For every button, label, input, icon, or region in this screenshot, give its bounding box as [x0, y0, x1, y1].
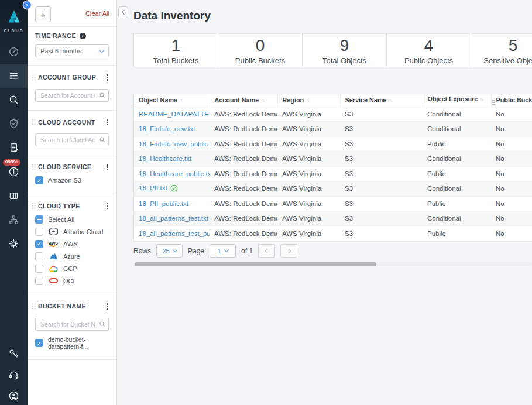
- policies-document-icon: [8, 142, 19, 153]
- cloud-type-option-gcp[interactable]: GCP: [28, 262, 116, 274]
- column-header-object-exposure[interactable]: Object Exposure↑↓: [423, 94, 491, 107]
- checkbox-unchecked[interactable]: [35, 252, 43, 260]
- cloud-type-option-select-all[interactable]: Select All: [28, 213, 116, 225]
- cloud-type-option-azure[interactable]: Azure: [28, 250, 116, 262]
- add-filter-button[interactable]: +: [35, 6, 51, 22]
- column-header-service-name[interactable]: Service Name↑↓: [340, 94, 423, 107]
- time-range-select[interactable]: Past 6 months: [35, 44, 109, 57]
- sort-icon[interactable]: ↑↓: [261, 98, 265, 103]
- object-name-link[interactable]: 18_Healthcare_public.txt: [139, 170, 210, 177]
- cell-service-name: S3: [340, 166, 423, 181]
- horizontal-scrollbar[interactable]: [133, 262, 532, 266]
- sort-asc-icon[interactable]: ↑: [180, 97, 183, 104]
- column-settings-icon[interactable]: [492, 100, 495, 105]
- info-icon[interactable]: i: [80, 33, 86, 39]
- column-label: Object Exposure: [428, 95, 478, 102]
- column-header-object-name[interactable]: Object Name↑: [134, 94, 210, 107]
- sidebar-item-search[interactable]: [0, 93, 28, 107]
- checkbox-checked[interactable]: ✓: [35, 240, 43, 248]
- next-page-button[interactable]: [280, 244, 297, 258]
- filter-panel: + Clear All TIME RANGE i Past 6 months A…: [28, 0, 117, 405]
- azure-logo-icon: [48, 252, 59, 260]
- drag-handle-icon[interactable]: [32, 303, 36, 310]
- sidebar-item-network[interactable]: [0, 213, 28, 227]
- table-row: 18_FinInfo_new_public.txtAWS: RedLock De…: [134, 136, 532, 152]
- column-header-account-name[interactable]: Account Name↑↓: [210, 94, 277, 107]
- cell-object-name: 18_all_patterns_test.txt: [134, 211, 210, 226]
- account-group-search-input[interactable]: [35, 89, 109, 102]
- column-header-public-bucket[interactable]: Public Bucket↑↓: [491, 94, 532, 107]
- sidebar-item-settings-gear[interactable]: [0, 237, 28, 251]
- sidebar-item-access-key[interactable]: [0, 346, 28, 361]
- checkbox-unchecked[interactable]: [35, 265, 43, 273]
- sidebar-expand-button[interactable]: [23, 1, 31, 9]
- cell-region: AWS Virginia: [277, 226, 340, 241]
- section-title: BUCKET NAME: [38, 303, 104, 310]
- checkbox-indeterminate[interactable]: [35, 215, 43, 224]
- object-name-link[interactable]: 18_PII_public.txt: [139, 200, 188, 207]
- sidebar-item-support-headset[interactable]: [0, 368, 28, 382]
- drag-handle-icon[interactable]: [32, 203, 36, 209]
- kebab-menu-icon[interactable]: [104, 301, 111, 311]
- cell-object-exposure: Public: [423, 136, 491, 152]
- bucket-name-search-input[interactable]: [35, 318, 109, 331]
- sidebar-item-dashboard-gauge[interactable]: [0, 45, 28, 59]
- object-name-link[interactable]: 18_all_patterns_test_publ...: [139, 230, 210, 237]
- drag-handle-icon[interactable]: [32, 164, 36, 170]
- sort-icon[interactable]: ↑↓: [306, 98, 310, 103]
- object-name-link[interactable]: 18_PII.txt: [139, 184, 167, 191]
- kebab-menu-icon[interactable]: [104, 201, 111, 211]
- sidebar-item-alerts[interactable]: 9999+: [0, 165, 28, 179]
- object-name-link[interactable]: README_DATAPATTER...: [139, 111, 210, 118]
- logo-text: CLOUD: [0, 29, 28, 33]
- scrollbar-thumb[interactable]: [135, 262, 376, 266]
- column-header-region[interactable]: Region↑↓: [277, 94, 340, 107]
- kebab-menu-icon[interactable]: [104, 118, 111, 128]
- sort-icon[interactable]: ↑↓: [389, 98, 392, 103]
- cell-object-name: 18_Healthcare.txt: [134, 152, 210, 167]
- checkbox-checked[interactable]: ✓: [35, 339, 43, 347]
- checkbox-unchecked[interactable]: [35, 228, 43, 236]
- cell-account-name: AWS: RedLock Demo Acc...: [210, 181, 277, 197]
- object-name-link[interactable]: 18_Healthcare.txt: [139, 155, 191, 162]
- sidebar-item-compliance-shield[interactable]: [0, 117, 28, 131]
- sidebar-bottom-nav: [0, 346, 28, 403]
- cloud-type-option-alibaba-cloud[interactable]: Alibaba Cloud: [28, 225, 116, 238]
- option-label: Alibaba Cloud: [63, 228, 104, 235]
- prev-page-button[interactable]: [258, 244, 275, 258]
- cell-object-exposure: Public: [423, 166, 491, 181]
- object-name-link[interactable]: 18_all_patterns_test.txt: [139, 215, 208, 222]
- table-row: 18_Healthcare.txtAWS: RedLock Demo Acc..…: [134, 152, 532, 167]
- sidebar-item-assets-box[interactable]: [0, 189, 28, 203]
- cloud-service-option-amazon-s3[interactable]: ✓ Amazon S3: [28, 174, 116, 187]
- page-count-label: of 1: [241, 247, 253, 255]
- sort-icon[interactable]: ↑↓: [480, 97, 483, 102]
- sidebar-item-policies-document[interactable]: [0, 141, 28, 155]
- cell-public-bucket: No: [491, 152, 532, 167]
- page-select[interactable]: 1: [210, 244, 236, 258]
- cloud-type-option-oci[interactable]: OCI: [28, 274, 116, 287]
- cell-public-bucket: No: [491, 226, 532, 241]
- checkbox-checked[interactable]: ✓: [35, 176, 43, 184]
- rows-per-page-select[interactable]: 25: [156, 244, 183, 258]
- cloud-account-search-input[interactable]: [35, 133, 109, 146]
- cloud-type-option-aws[interactable]: ✓awsAWS: [28, 238, 116, 250]
- object-name-link[interactable]: 18_FinInfo_new_public.txt: [139, 140, 210, 147]
- drag-handle-icon[interactable]: [32, 74, 36, 81]
- object-name-link[interactable]: 18_FinInfo_new.txt: [139, 125, 195, 132]
- settings-gear-icon: [8, 238, 19, 249]
- sidebar-item-user-profile[interactable]: [0, 389, 28, 403]
- kebab-menu-icon[interactable]: [104, 73, 111, 83]
- bucket-name-option[interactable]: ✓ demo-bucket-datapattern-f...: [28, 334, 116, 352]
- sidebar-item-inventory-list[interactable]: [0, 64, 28, 88]
- collapse-filter-panel-button[interactable]: [118, 6, 128, 18]
- column-label: Public Bucket: [496, 97, 532, 104]
- cell-region: AWS Virginia: [277, 166, 340, 181]
- drag-handle-icon[interactable]: [32, 119, 36, 125]
- alibaba-logo-icon: [48, 228, 59, 235]
- time-range-label: TIME RANGE: [35, 32, 76, 39]
- kebab-menu-icon[interactable]: [104, 162, 111, 172]
- stat-label: Total Objects: [303, 56, 386, 65]
- clear-all-button[interactable]: Clear All: [85, 10, 109, 17]
- checkbox-unchecked[interactable]: [35, 277, 43, 285]
